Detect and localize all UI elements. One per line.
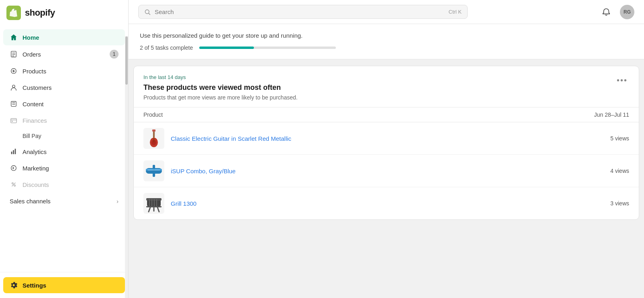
- content-area: Use this personalized guide to get your …: [129, 24, 644, 298]
- sidebar-item-home-label: Home: [22, 34, 39, 41]
- product-thumbnail: [143, 193, 164, 214]
- discounts-icon: [10, 180, 18, 189]
- marketing-icon: [10, 164, 18, 172]
- sidebar-scrollbar-track[interactable]: [125, 36, 128, 298]
- search-shortcut: Ctrl K: [449, 9, 462, 15]
- product-link[interactable]: iSUP Combo, Gray/Blue: [171, 168, 604, 174]
- svg-rect-10: [11, 119, 16, 123]
- card-subtitle: In the last 14 days: [143, 74, 298, 80]
- sidebar-bottom: Settings: [0, 272, 128, 298]
- shopify-text: shopify: [25, 8, 55, 18]
- avatar[interactable]: RG: [620, 5, 634, 19]
- table-row[interactable]: iSUP Combo, Gray/Blue 4 views: [134, 155, 639, 187]
- sidebar-item-sales-channels[interactable]: Sales channels ›: [3, 193, 125, 209]
- svg-line-43: [149, 207, 150, 212]
- sidebar-item-content-label: Content: [22, 101, 44, 107]
- analytics-icon: [10, 148, 18, 156]
- banner-description: Use this personalized guide to get your …: [140, 32, 633, 39]
- svg-rect-33: [153, 165, 155, 177]
- sidebar-item-analytics[interactable]: Analytics: [3, 144, 125, 160]
- sidebar: shopify Home Orders 1 Products: [0, 0, 129, 298]
- content-icon: [10, 100, 18, 108]
- column-header-product: Product: [143, 111, 163, 118]
- product-views: 3 views: [610, 200, 629, 207]
- svg-point-6: [12, 85, 15, 87]
- finances-icon: [10, 116, 18, 124]
- sidebar-item-analytics-label: Analytics: [22, 148, 47, 155]
- card-header-left: In the last 14 days These products were …: [143, 74, 298, 107]
- card-description: Products that get more views are more li…: [143, 94, 298, 101]
- settings-button[interactable]: Settings: [3, 277, 125, 293]
- product-views: 4 views: [610, 168, 629, 174]
- sidebar-item-bill-pay[interactable]: Bill Pay: [3, 129, 125, 143]
- home-icon: [10, 33, 18, 41]
- header-icons: RG: [599, 5, 634, 19]
- svg-point-16: [12, 183, 14, 184]
- sidebar-item-finances[interactable]: Finances: [3, 112, 125, 128]
- sidebar-item-customers[interactable]: Customers: [3, 79, 125, 95]
- sidebar-item-products-label: Products: [22, 68, 46, 75]
- svg-rect-7: [11, 101, 16, 107]
- chevron-right-icon: ›: [117, 198, 119, 205]
- card-header: In the last 14 days These products were …: [134, 66, 639, 107]
- orders-icon: [10, 50, 18, 58]
- sidebar-item-finances-label: Finances: [22, 117, 47, 124]
- search-icon: [144, 9, 151, 15]
- header: Ctrl K RG: [129, 0, 644, 24]
- progress-bar-background: [199, 47, 336, 49]
- column-header-date: Jun 28–Jul 11: [594, 111, 629, 118]
- customers-icon: [10, 83, 18, 91]
- sidebar-item-products[interactable]: Products: [3, 63, 125, 79]
- svg-point-17: [14, 185, 16, 187]
- svg-line-44: [157, 207, 159, 212]
- settings-icon: [10, 281, 18, 289]
- main-area: Ctrl K RG Use this personalized guide to…: [129, 0, 644, 298]
- table-row[interactable]: Classic Electric Guitar in Scarlet Red M…: [134, 122, 639, 155]
- table-row[interactable]: Grill 1300 3 views: [134, 187, 639, 219]
- sidebar-item-bill-pay-label: Bill Pay: [22, 133, 41, 139]
- sidebar-scrollbar-thumb[interactable]: [125, 36, 128, 85]
- sidebar-item-marketing[interactable]: Marketing: [3, 160, 125, 176]
- sidebar-logo[interactable]: shopify: [0, 0, 128, 26]
- products-viewed-card: In the last 14 days These products were …: [133, 66, 639, 220]
- products-icon: [10, 67, 18, 75]
- product-thumbnail: [143, 160, 164, 181]
- search-bar[interactable]: Ctrl K: [138, 5, 468, 19]
- sidebar-item-orders[interactable]: Orders 1: [3, 46, 125, 63]
- sidebar-item-customers-label: Customers: [22, 84, 52, 91]
- progress-label: 2 of 5 tasks complete: [140, 45, 193, 51]
- sidebar-item-marketing-label: Marketing: [22, 165, 49, 172]
- card-title: These products were viewed most often: [143, 83, 298, 92]
- svg-rect-13: [13, 150, 14, 154]
- svg-rect-14: [15, 149, 16, 154]
- sidebar-item-content[interactable]: Content: [3, 96, 125, 112]
- progress-row: 2 of 5 tasks complete: [140, 45, 633, 51]
- progress-bar-fill: [199, 47, 254, 49]
- svg-rect-12: [11, 152, 12, 154]
- sidebar-item-discounts-label: Discounts: [22, 181, 49, 188]
- shopify-logo-icon: [6, 6, 21, 20]
- svg-point-11: [12, 121, 13, 122]
- notification-button[interactable]: [599, 5, 613, 19]
- settings-label: Settings: [22, 282, 46, 289]
- sidebar-item-orders-label: Orders: [22, 51, 41, 58]
- more-options-button[interactable]: •••: [615, 74, 629, 87]
- product-link[interactable]: Classic Electric Guitar in Scarlet Red M…: [171, 135, 604, 142]
- product-thumbnail: [143, 128, 164, 149]
- sidebar-navigation: Home Orders 1 Products Customers: [0, 26, 128, 272]
- setup-banner: Use this personalized guide to get your …: [129, 24, 644, 59]
- product-views: 5 views: [610, 135, 629, 142]
- svg-rect-35: [148, 170, 160, 170]
- orders-badge: 1: [110, 50, 119, 59]
- sidebar-item-discounts[interactable]: Discounts: [3, 176, 125, 193]
- svg-line-18: [12, 183, 16, 187]
- product-link[interactable]: Grill 1300: [171, 200, 604, 207]
- sales-channels-label: Sales channels: [10, 198, 51, 205]
- svg-point-24: [151, 140, 156, 145]
- svg-line-20: [149, 13, 150, 14]
- products-table-header: Product Jun 28–Jul 11: [134, 107, 639, 122]
- search-input[interactable]: [155, 8, 445, 15]
- sidebar-item-home[interactable]: Home: [3, 29, 125, 45]
